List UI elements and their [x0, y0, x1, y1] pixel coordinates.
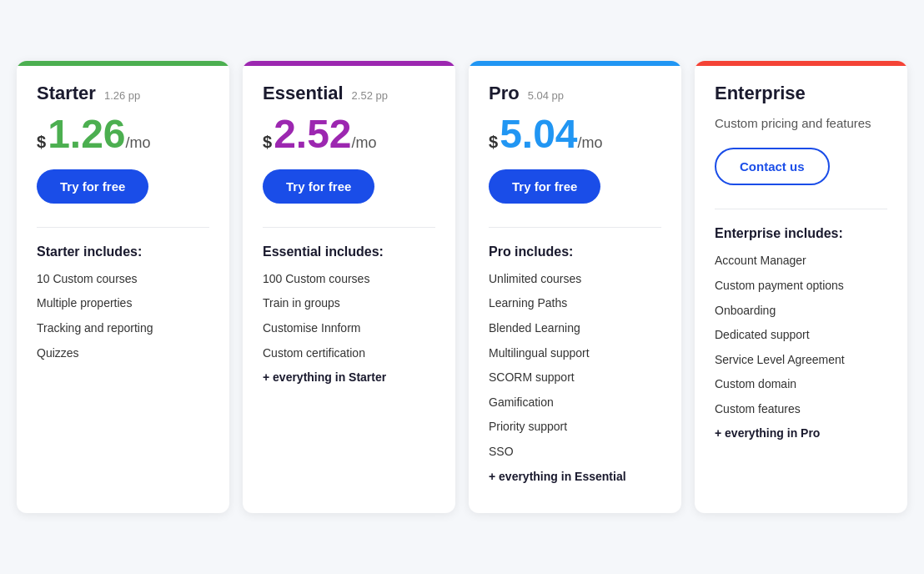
starter-features-section: Starter includes:10 Custom coursesMultip… — [17, 228, 229, 513]
essential-feature-item: 100 Custom courses — [263, 271, 435, 288]
pro-feature-item: Unlimited courses — [489, 271, 661, 288]
enterprise-feature-item: Custom domain — [715, 376, 887, 393]
essential-price-amount: 2.52 — [274, 114, 351, 154]
pro-feature-item: SSO — [489, 444, 661, 461]
pro-feature-item: Priority support — [489, 419, 661, 436]
enterprise-features-section: Enterprise includes:Account ManagerCusto… — [695, 209, 907, 513]
essential-features-heading: Essential includes: — [263, 244, 435, 259]
pro-features-section: Pro includes:Unlimited coursesLearning P… — [469, 228, 681, 513]
plan-card-starter: Starter1.26 pp$1.26/moTry for freeStarte… — [17, 61, 229, 513]
plan-card-essential: Essential2.52 pp$2.52/moTry for freeEsse… — [243, 61, 455, 513]
essential-name: Essential — [263, 83, 344, 104]
essential-bold-note: + everything in Starter — [263, 370, 435, 386]
essential-feature-item: Train in groups — [263, 295, 435, 312]
pricing-grid: Starter1.26 pp$1.26/moTry for freeStarte… — [17, 61, 907, 513]
enterprise-custom-pricing: Custom pricing and features — [715, 114, 887, 133]
enterprise-bold-note: + everything in Pro — [715, 425, 887, 442]
enterprise-feature-item: Service Level Agreement — [715, 352, 887, 369]
starter-features-heading: Starter includes: — [37, 244, 209, 259]
pro-feature-item: Gamification — [489, 395, 661, 411]
pro-feature-item: Multilingual support — [489, 345, 661, 362]
enterprise-name: Enterprise — [715, 83, 806, 104]
pro-name: Pro — [489, 83, 520, 104]
enterprise-header: EnterpriseCustom pricing and featuresCon… — [695, 66, 907, 203]
enterprise-features-heading: Enterprise includes: — [715, 226, 887, 241]
starter-feature-item: Tracking and reporting — [37, 320, 209, 337]
plan-card-pro: Pro5.04 pp$5.04/moTry for freePro includ… — [469, 61, 681, 513]
pro-pp: 5.04 pp — [528, 89, 564, 102]
starter-feature-item: Multiple properties — [37, 295, 209, 312]
starter-name: Starter — [37, 83, 96, 104]
essential-dollar-sign: $ — [263, 133, 272, 152]
starter-price: $1.26/mo — [37, 114, 209, 154]
pro-feature-item: SCORM support — [489, 370, 661, 386]
pro-feature-item: Blended Learning — [489, 320, 661, 337]
starter-header: Starter1.26 pp$1.26/moTry for free — [17, 66, 229, 220]
starter-title-row: Starter1.26 pp — [37, 83, 209, 104]
essential-price: $2.52/mo — [263, 114, 435, 154]
enterprise-feature-item: Account Manager — [715, 253, 887, 269]
enterprise-feature-item: Custom payment options — [715, 278, 887, 295]
pro-bold-note: + everything in Essential — [489, 469, 661, 486]
starter-per-month: /mo — [126, 134, 151, 152]
plan-card-enterprise: EnterpriseCustom pricing and featuresCon… — [695, 61, 907, 513]
enterprise-title-row: Enterprise — [715, 83, 887, 104]
pro-header: Pro5.04 pp$5.04/moTry for free — [469, 66, 681, 220]
pro-features-heading: Pro includes: — [489, 244, 661, 259]
essential-features-section: Essential includes:100 Custom coursesTra… — [243, 228, 455, 513]
essential-feature-item: Customise Innform — [263, 320, 435, 337]
starter-cta-button[interactable]: Try for free — [37, 169, 148, 204]
essential-pp: 2.52 pp — [352, 89, 388, 102]
pro-cta-button[interactable]: Try for free — [489, 169, 600, 204]
pro-dollar-sign: $ — [489, 133, 498, 152]
essential-cta-button[interactable]: Try for free — [263, 169, 374, 204]
starter-feature-item: 10 Custom courses — [37, 271, 209, 288]
enterprise-feature-item: Custom features — [715, 401, 887, 418]
essential-feature-item: Custom certification — [263, 345, 435, 362]
pro-title-row: Pro5.04 pp — [489, 83, 661, 104]
pro-feature-item: Learning Paths — [489, 295, 661, 312]
starter-feature-item: Quizzes — [37, 345, 209, 362]
essential-header: Essential2.52 pp$2.52/moTry for free — [243, 66, 455, 220]
pro-per-month: /mo — [578, 134, 603, 152]
starter-dollar-sign: $ — [37, 133, 46, 152]
enterprise-cta-button[interactable]: Contact us — [715, 148, 830, 185]
enterprise-feature-item: Onboarding — [715, 303, 887, 320]
pro-price: $5.04/mo — [489, 114, 661, 154]
enterprise-feature-item: Dedicated support — [715, 327, 887, 344]
starter-pp: 1.26 pp — [104, 89, 140, 102]
essential-title-row: Essential2.52 pp — [263, 83, 435, 104]
pro-price-amount: 5.04 — [500, 114, 577, 154]
essential-per-month: /mo — [352, 134, 377, 152]
starter-price-amount: 1.26 — [48, 114, 125, 154]
